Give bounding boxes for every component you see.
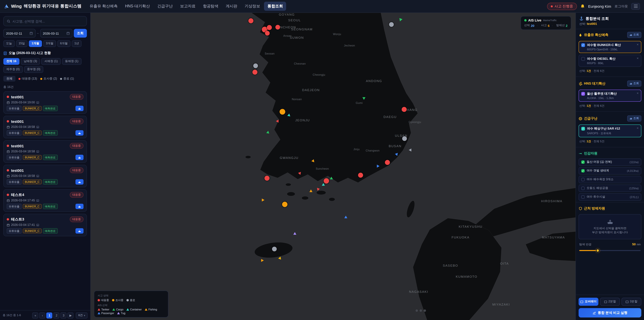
nav-item[interactable]: 긴급구난: [154, 2, 176, 11]
resource-checkbox[interactable]: [581, 160, 585, 164]
status-filter[interactable]: 대응중 (13): [18, 77, 37, 81]
search-input[interactable]: [12, 19, 84, 23]
close-icon[interactable]: ×: [636, 127, 639, 130]
incident-sidebar: 2026-02-11 ~ 2026-03-11 조회 오늘 15일: [0, 13, 90, 320]
incident-card[interactable]: test001 대응중 2026-03-04 18:58 유류유출 BUNKER…: [3, 140, 87, 163]
range-chip[interactable]: 15일: [16, 40, 28, 47]
show-on-map-button[interactable]: [76, 130, 84, 136]
slider-knob[interactable]: [596, 248, 600, 252]
map-marker[interactable]: [265, 31, 270, 36]
nav-item[interactable]: 기상정보: [241, 2, 264, 11]
page-number-button[interactable]: 1: [46, 312, 52, 318]
date-to-input[interactable]: 2026-03-11: [40, 29, 72, 38]
sar-query-button[interactable]: 조회: [627, 115, 641, 122]
scenario-item[interactable]: 여수항 DIESEL 확산 60GPS · 80kL ×: [578, 55, 641, 67]
oil-query-button[interactable]: 조회: [627, 32, 641, 38]
status-filter[interactable]: 종료 (1): [60, 77, 74, 81]
resource-checkbox[interactable]: [581, 187, 585, 190]
nav-item[interactable]: 통합조회: [264, 2, 286, 11]
show-on-map-button[interactable]: [76, 106, 84, 111]
show-on-map-button[interactable]: [76, 228, 84, 234]
prev-page-button[interactable]: ‹: [40, 312, 46, 318]
incident-card[interactable]: 테스트4 대응중 2026-03-04 17:45 유류유출 BUNKER_C: [3, 189, 87, 212]
scenario-item[interactable]: 여수 해상구난 SAR #12 SAROPS · 표류예측 ×: [578, 125, 641, 137]
region-filter-chip[interactable]: 중부청 (0): [24, 66, 43, 73]
resource-checkbox[interactable]: [581, 178, 585, 181]
nav-item[interactable]: 항공탐색: [200, 2, 222, 11]
resource-row[interactable]: 여수 취수시설 (2개소): [578, 193, 641, 201]
resource-row[interactable]: 오동도 해상공원 (125ha): [578, 185, 641, 192]
map-marker[interactable]: [267, 25, 272, 30]
close-icon[interactable]: ×: [636, 57, 639, 60]
map-marker[interactable]: [280, 109, 285, 115]
region-filter-chip[interactable]: 전체 16: [3, 58, 20, 65]
incident-card[interactable]: 테스트3 대응중 2026-03-04 17:41 유류유출 BUNKER_C: [3, 214, 87, 236]
page-number-button[interactable]: 3: [60, 312, 66, 318]
scenario-checkbox[interactable]: [581, 127, 585, 131]
nav-item[interactable]: 유출유 확산예측: [86, 2, 121, 11]
nav-item[interactable]: 게시판: [222, 2, 241, 11]
map-marker[interactable]: [402, 136, 407, 141]
range-chip[interactable]: 1년: [72, 40, 82, 47]
map-marker[interactable]: [253, 64, 258, 68]
show-on-map-button[interactable]: [76, 179, 84, 185]
status-filter[interactable]: 전체: [3, 76, 16, 82]
date-search-button[interactable]: 조회: [74, 29, 87, 38]
map-marker[interactable]: [264, 176, 270, 181]
map-marker[interactable]: [402, 107, 407, 112]
map-canvas[interactable]: GOYANG SEOUL INCHEON SEONGNAM Ansan SUWO…: [90, 13, 576, 320]
page-number-button[interactable]: 2: [54, 312, 60, 318]
range-chip[interactable]: 오늘: [3, 40, 14, 47]
scenario-checkbox[interactable]: [581, 57, 585, 61]
incident-card[interactable]: test001 대응중 2026-03-04 18:58 유류유출 BUNKER…: [3, 165, 87, 187]
run-analysis-button[interactable]: 통합 분석 비교 실행: [578, 308, 641, 317]
map-marker[interactable]: [252, 70, 258, 75]
close-icon[interactable]: ×: [636, 43, 639, 46]
first-page-button[interactable]: «: [32, 312, 38, 318]
range-chip[interactable]: 3개월: [43, 40, 56, 47]
scenario-item[interactable]: 여수항 BUNKER-C 확산 60GPS·OpenDrift · 150kL …: [578, 41, 641, 53]
nav-item[interactable]: 보고자료: [177, 2, 199, 11]
region-filter-chip[interactable]: 남해청 (3): [21, 58, 40, 65]
map-marker[interactable]: [272, 247, 277, 251]
map-marker[interactable]: [276, 25, 280, 30]
date-from-input[interactable]: 2026-02-11: [3, 29, 36, 38]
map-marker[interactable]: [282, 202, 288, 207]
resource-row[interactable]: 돌산 어장 (김·전복) (111ha): [578, 158, 641, 166]
region-filter-chip[interactable]: 서해청 (1): [42, 58, 61, 65]
resource-row[interactable]: 여수 갯벌 생태계 (4,013ha): [578, 167, 641, 175]
scenario-checkbox[interactable]: [581, 43, 585, 47]
resource-checkbox[interactable]: [581, 169, 585, 172]
hns-query-button[interactable]: 조회: [627, 81, 641, 87]
range-chip[interactable]: 1개월: [29, 40, 42, 47]
region-filter-chip[interactable]: 제주청 (0): [3, 66, 23, 73]
scenario-checkbox[interactable]: [581, 92, 585, 96]
resource-checkbox[interactable]: [581, 195, 585, 199]
incident-card[interactable]: test001 대응중 2026-03-04 19:00 유류유출 BUNKER…: [3, 91, 87, 114]
logout-button[interactable]: 로그아웃: [614, 4, 628, 9]
map-marker[interactable]: [248, 18, 254, 23]
radius-slider[interactable]: [579, 248, 641, 252]
map-controls[interactable]: [416, 309, 426, 312]
show-on-map-button[interactable]: [76, 204, 84, 209]
resource-row[interactable]: 여수 해수욕장 3개소: [578, 176, 641, 183]
notifications-bell-icon[interactable]: [580, 4, 585, 9]
show-on-map-button[interactable]: [76, 155, 84, 160]
close-icon[interactable]: ×: [636, 92, 639, 95]
scenario-item[interactable]: 울산 톨루엔 대기확산 ALOHA · 15kL · 1.2km ×: [578, 90, 641, 102]
page-size-select[interactable]: 6건 ▾: [76, 312, 88, 318]
view-mode-button[interactable]: 2분할: [600, 298, 620, 306]
range-chip[interactable]: 6개월: [57, 40, 70, 47]
menu-button[interactable]: [631, 3, 640, 10]
map-marker[interactable]: [385, 160, 390, 165]
view-mode-button[interactable]: 3분할: [622, 298, 641, 306]
map-marker[interactable]: [358, 173, 363, 178]
region-filter-chip[interactable]: 동해청 (1): [62, 58, 81, 65]
auto-play-button[interactable]: ▶: [68, 312, 74, 318]
nav-item[interactable]: HNS·대기확산: [122, 2, 153, 11]
view-mode-button[interactable]: 오버레이: [578, 298, 598, 306]
status-filter[interactable]: 조사중 (2): [40, 77, 57, 81]
incident-card[interactable]: test001 대응중 2026-03-04 18:58 유류유출 BUNKER…: [3, 116, 87, 138]
map-marker[interactable]: [324, 178, 329, 184]
map-marker[interactable]: [389, 22, 394, 27]
